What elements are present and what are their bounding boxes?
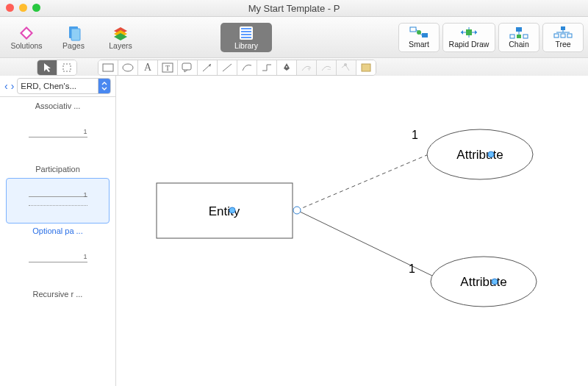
smart-button[interactable]: Smart [398,23,440,52]
svg-rect-23 [561,34,565,37]
palette-item-optional[interactable]: 1 [6,178,110,224]
svg-rect-17 [517,35,521,38]
window-title: My Start Template - P [248,3,340,14]
svg-point-10 [417,30,421,35]
shape-toolbar: A T + − [0,58,588,77]
svg-rect-25 [63,64,71,71]
svg-rect-7 [410,27,416,32]
title-bar: My Start Template - P [0,0,588,17]
solutions-label: Solutions [10,41,42,50]
nav-forward-icon[interactable]: › [11,80,15,92]
tree-icon [553,26,573,39]
rapid-draw-icon [458,26,480,39]
pointer-tool[interactable] [37,60,57,75]
connection-point-icon [229,207,235,213]
multiplicity-bottom: 1 [409,262,415,275]
tree-button[interactable]: Tree [542,23,584,52]
close-window-icon[interactable] [6,4,14,12]
rapid-draw-button[interactable]: Rapid Draw [442,23,495,52]
pages-button[interactable]: Pages [51,20,96,54]
minimize-window-icon[interactable] [19,4,27,12]
library-panel: ‹ › ERD, Chen's... Associativ ... 1 Part… [0,76,116,386]
svg-rect-16 [510,35,514,38]
palette-caption-optional: Optional pa ... [6,226,110,235]
svg-rect-19 [561,26,565,30]
library-icon [240,25,253,41]
svg-text:−: − [327,65,331,73]
attribute-top-label: Attribute [456,148,503,162]
nav-back-icon[interactable]: ‹ [4,80,8,92]
add-anchor-tool[interactable]: + [297,60,316,75]
library-select[interactable]: ERD, Chen's... [17,78,111,94]
connection-point-icon [492,279,498,285]
layers-label: Layers [109,41,132,50]
rapid-draw-label: Rapid Draw [449,40,490,49]
svg-text:+: + [307,65,311,73]
svg-line-33 [223,64,232,71]
svg-text:T: T [165,64,170,72]
pages-label: Pages [62,41,85,50]
palette-label-participation: Participation [6,165,110,174]
svg-rect-22 [554,34,559,37]
palette-item-associative[interactable]: 1 [6,115,110,160]
chain-label: Chain [509,40,528,49]
svg-point-37 [344,63,347,66]
entity-label: Entity [209,204,240,218]
solutions-icon [18,25,35,41]
curve-tool[interactable] [237,60,257,75]
chevron-updown-icon [98,79,110,93]
library-nav: ‹ › ERD, Chen's... [0,76,115,97]
svg-point-34 [286,66,287,68]
pen-tool[interactable] [277,60,296,75]
smart-icon [409,26,429,39]
palette-label-associative: Associativ ... [6,101,110,110]
pages-icon [65,25,82,41]
smart-label: Smart [409,40,429,49]
svg-rect-14 [516,27,522,32]
library-select-label: ERD, Chen's... [21,82,76,90]
solutions-button[interactable]: Solutions [4,20,49,54]
callout-tool[interactable] [178,60,197,75]
connection-point-icon [488,151,494,157]
style-tool[interactable] [356,60,376,75]
arrow-tool[interactable] [198,60,217,75]
diagram-canvas[interactable]: 1 1 Entity Attribute Attribute [116,76,588,386]
window-controls [6,4,40,12]
marquee-tool[interactable] [57,60,76,75]
svg-rect-24 [567,34,572,37]
svg-marker-12 [461,30,463,35]
library-label: Library [234,41,258,50]
svg-rect-3 [71,29,80,40]
palette-item-extra[interactable]: 1 [6,240,110,285]
rectangle-shape[interactable] [98,60,118,75]
svg-rect-26 [103,64,113,71]
svg-point-27 [123,64,133,71]
svg-rect-38 [362,64,370,71]
line-tool[interactable] [218,60,237,75]
palette-label-recursive: Recursive r ... [6,290,110,299]
ellipse-shape[interactable] [118,60,137,75]
svg-marker-13 [475,30,477,35]
diagram-svg: 1 1 Entity Attribute Attribute [116,76,588,386]
text-block-tool[interactable]: T [158,60,177,75]
multiplicity-top: 1 [412,129,418,141]
layers-icon [112,25,129,41]
library-button[interactable]: Library [220,23,272,52]
chain-icon [509,26,529,39]
svg-rect-30 [182,63,191,70]
main-toolbar: Solutions Pages Layers Library [0,17,588,58]
layers-button[interactable]: Layers [98,20,143,54]
svg-rect-8 [422,33,428,37]
chain-button[interactable]: Chain [498,23,539,52]
elbow-tool[interactable] [257,60,276,75]
text-tool[interactable]: A [138,60,157,75]
convert-anchor-tool[interactable] [337,60,356,75]
svg-rect-18 [523,35,528,38]
connector-dashed[interactable] [297,154,429,210]
remove-anchor-tool[interactable]: − [317,60,336,75]
svg-rect-11 [466,29,472,35]
attribute-bottom-label: Attribute [460,275,506,289]
zoom-window-icon[interactable] [32,4,40,12]
tree-label: Tree [555,40,570,49]
selection-handle-icon[interactable] [293,207,301,214]
